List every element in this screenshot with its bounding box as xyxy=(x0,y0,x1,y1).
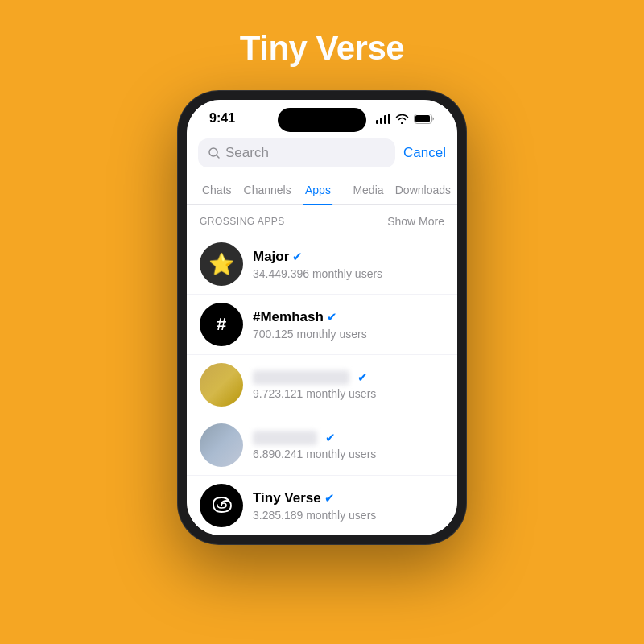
app-name-memhash: #Memhash xyxy=(253,309,324,325)
spiral-icon xyxy=(209,493,233,518)
search-placeholder: Search xyxy=(225,145,269,161)
app-name-tinyverse: Tiny Verse xyxy=(253,490,321,506)
star-icon: ⭐ xyxy=(208,252,234,277)
phone-screen: 9:41 xyxy=(187,100,457,535)
app-name-row-memhash: #Memhash ✔ xyxy=(253,309,444,325)
phone-mockup: 9:41 xyxy=(177,90,467,545)
app-avatar-memhash: # xyxy=(200,303,243,346)
app-item-tinyverse[interactable]: Tiny Verse ✔ 3.285.189 monthly users xyxy=(187,476,457,535)
app-name-row-3: ✔ xyxy=(253,370,444,385)
wifi-icon xyxy=(395,114,409,124)
app-name-row-tinyverse: Tiny Verse ✔ xyxy=(253,490,444,506)
app-item-4[interactable]: ✔ 6.890.241 monthly users xyxy=(187,415,457,476)
app-avatar-3 xyxy=(200,363,243,407)
tab-downloads[interactable]: Downloads xyxy=(394,175,452,204)
tab-apps[interactable]: Apps xyxy=(293,175,344,204)
app-name-blurred-3 xyxy=(253,370,349,385)
status-time: 9:41 xyxy=(209,111,235,126)
app-name-row-4: ✔ xyxy=(253,431,444,445)
section-header: GROSSING APPS Show More xyxy=(187,205,457,234)
verified-badge-4: ✔ xyxy=(325,431,336,445)
tab-media[interactable]: Media xyxy=(343,175,394,204)
app-item-memhash[interactable]: # #Memhash ✔ 700.125 monthly users xyxy=(187,295,457,355)
svg-rect-1 xyxy=(380,118,382,124)
app-avatar-major: ⭐ xyxy=(200,242,243,286)
battery-icon xyxy=(414,114,435,124)
tabs-row: Chats Channels Apps Media Downloads xyxy=(187,175,457,205)
search-icon xyxy=(208,147,221,159)
tab-channels[interactable]: Channels xyxy=(242,175,293,204)
status-icons xyxy=(376,114,435,124)
app-users-memhash: 700.125 monthly users xyxy=(253,328,444,341)
app-info-4: ✔ 6.890.241 monthly users xyxy=(253,431,444,460)
svg-rect-5 xyxy=(415,115,430,122)
hash-icon: # xyxy=(217,314,226,335)
verified-badge-major: ✔ xyxy=(292,250,303,264)
svg-rect-0 xyxy=(376,120,378,124)
app-item-major[interactable]: ⭐ Major ✔ 34.449.396 monthly users xyxy=(187,234,457,295)
app-users-major: 34.449.396 monthly users xyxy=(253,267,444,280)
app-name-blurred-4 xyxy=(253,431,317,445)
svg-rect-3 xyxy=(388,114,390,124)
app-avatar-4 xyxy=(200,423,243,467)
app-info-tinyverse: Tiny Verse ✔ 3.285.189 monthly users xyxy=(253,490,444,522)
app-name-row-major: Major ✔ xyxy=(253,249,444,265)
tab-chats[interactable]: Chats xyxy=(192,175,242,204)
app-users-tinyverse: 3.285.189 monthly users xyxy=(253,509,444,522)
app-info-major: Major ✔ 34.449.396 monthly users xyxy=(253,249,444,280)
signal-icon xyxy=(376,114,390,124)
verified-badge-memhash: ✔ xyxy=(327,310,337,324)
status-bar: 9:41 xyxy=(187,100,457,130)
verified-badge-tinyverse: ✔ xyxy=(324,491,335,506)
app-users-4: 6.890.241 monthly users xyxy=(253,448,444,460)
app-name-major: Major xyxy=(253,249,289,265)
search-input-wrap[interactable]: Search xyxy=(198,138,395,167)
section-label: GROSSING APPS xyxy=(200,216,285,227)
app-item-3[interactable]: ✔ 9.723.121 monthly users xyxy=(187,355,457,415)
verified-badge-3: ✔ xyxy=(357,370,368,385)
app-avatar-tinyverse xyxy=(200,484,243,527)
dynamic-island xyxy=(278,108,366,132)
app-info-memhash: #Memhash ✔ 700.125 monthly users xyxy=(253,309,444,341)
page-title: Tiny Verse xyxy=(240,29,404,68)
app-list: ⭐ Major ✔ 34.449.396 monthly users # xyxy=(187,234,457,535)
cancel-button[interactable]: Cancel xyxy=(403,145,446,161)
app-users-3: 9.723.121 monthly users xyxy=(253,387,444,400)
svg-rect-2 xyxy=(384,115,386,124)
search-bar-row: Search Cancel xyxy=(187,130,457,175)
app-info-3: ✔ 9.723.121 monthly users xyxy=(253,370,444,400)
show-more-button[interactable]: Show More xyxy=(387,215,444,228)
